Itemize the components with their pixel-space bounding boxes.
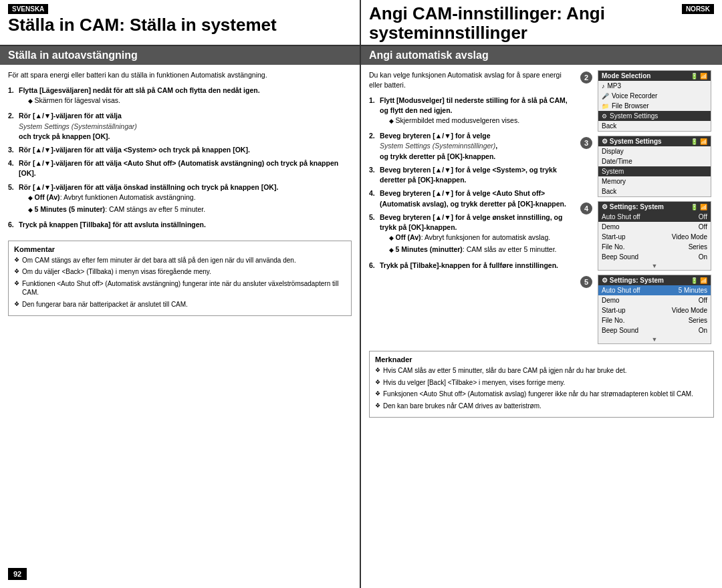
merknader-item-3: Funksjonen <Auto Shut off> (Automatisk a… bbox=[375, 390, 708, 399]
comment-item-2: Om du väljer <Back> (Tillbaka) i menyn v… bbox=[14, 267, 346, 277]
screen-3-display: Display bbox=[598, 146, 711, 156]
screen-4-fileno: File No.Series bbox=[598, 242, 711, 252]
step-1-content: Flytta [Lägesväljaren] nedåt för att slå… bbox=[19, 86, 352, 108]
right-step-2: 2. Beveg bryteren [▲/▼] for å velge Syst… bbox=[369, 131, 575, 162]
merknader-item-1: Hvis CAM slås av etter 5 minutter, slår … bbox=[375, 366, 708, 376]
right-step-6: 6. Trykk på [Tilbake]-knappen for å full… bbox=[369, 261, 575, 271]
screen-4-demo: DemoOff bbox=[598, 222, 711, 232]
screen-5-title: ⚙ Settings: System 🔋📶 bbox=[598, 275, 711, 285]
right-steps: 1. Flytt [Modusvelger] til nederste stil… bbox=[369, 96, 575, 271]
right-main-title: Angi CAM-innstillinger: Angi systeminnst… bbox=[369, 4, 714, 42]
right-text: Du kan velge funksjonen Automatisk avsla… bbox=[369, 70, 575, 344]
merknader-item-4: Den kan bare brukes når CAM drives av ba… bbox=[375, 402, 708, 411]
step-6-content: Tryck på knappen [Tillbaka] för att avsl… bbox=[19, 220, 352, 230]
right-step-4: 4. Beveg bryteren [▲/▼] for å velge <Aut… bbox=[369, 188, 575, 208]
right-step-1-content: Flytt [Modusvelger] til nederste stillin… bbox=[380, 96, 575, 128]
screen-4-startup: Start-upVideo Mode bbox=[598, 232, 711, 242]
screen-num-5: 5 bbox=[580, 276, 592, 288]
right-step-5-content: Beveg bryteren [▲/▼] for å velge ønsket … bbox=[380, 212, 575, 257]
right-column: Du kan velge funksjonen Automatisk avsla… bbox=[361, 65, 722, 588]
step-6: 6. Tryck på knappen [Tillbaka] för att a… bbox=[8, 220, 352, 230]
screen-2-voice: 🎤 Voice Recorder bbox=[598, 91, 711, 101]
screen-3-icons: 🔋📶 bbox=[691, 138, 707, 145]
screen-2-title: Mode Selection 🔋📶 bbox=[598, 71, 711, 81]
right-step-3: 3. Beveg bryteren [▲/▼] for å velge <Sys… bbox=[369, 165, 575, 185]
merknader-item-2: Hvis du velger [Back] <Tilbake> i menyen… bbox=[375, 378, 708, 388]
screen-2-mp3: ♪ MP3 bbox=[598, 81, 711, 91]
screen-2-icons: 🔋📶 bbox=[691, 73, 707, 80]
section-headers: Ställa in autoavstängning Angi automatis… bbox=[0, 46, 722, 65]
screen-3-title: ⚙ System Settings 🔋📶 bbox=[598, 136, 711, 146]
step-3-num: 3. bbox=[8, 145, 19, 155]
screen-3-system: System bbox=[598, 166, 711, 176]
step-3: 3. Rör [▲/▼]-väljaren för att välja <Sys… bbox=[8, 145, 352, 155]
screen-row-5: 5 ⚙ Settings: System 🔋📶 Auto Shut off5 M… bbox=[580, 275, 714, 344]
step-1-num: 1. bbox=[8, 86, 19, 108]
merknader-box: Merknader Hvis CAM slås av etter 5 minut… bbox=[369, 351, 714, 418]
step-5-bullet-1: Off (Av): Avbryt funktionen Automatisk a… bbox=[28, 192, 352, 202]
screen-5-demo: DemoOff bbox=[598, 295, 711, 305]
step-5-num: 5. bbox=[8, 182, 19, 217]
right-step-2-content: Beveg bryteren [▲/▼] for å velge System … bbox=[380, 131, 575, 162]
screen-3-datetime: Date/Time bbox=[598, 156, 711, 166]
screen-4-beep: Beep SoundOn bbox=[598, 252, 711, 262]
screen-3-back: Back bbox=[598, 186, 711, 196]
right-step-6-content: Trykk på [Tilbake]-knappen for å fullfør… bbox=[380, 261, 575, 271]
screen-row-3: 3 ⚙ System Settings 🔋📶 Display Date/Time… bbox=[580, 136, 714, 197]
right-step-5-bullet-1: Off (Av): Avbryt funksjonen for automati… bbox=[389, 233, 575, 243]
right-content-wrapper: Du kan velge funksjonen Automatisk avsla… bbox=[369, 70, 714, 344]
right-step-3-num: 3. bbox=[369, 165, 380, 185]
section-header-left: Ställa in autoavstängning bbox=[0, 46, 361, 65]
left-main-title: Ställa in CAM: Ställa in systemet bbox=[8, 15, 352, 35]
screen-2-settings: ⚙ System Settings bbox=[598, 111, 711, 121]
page-number: 92 bbox=[8, 568, 27, 580]
norsk-badge: NORSK bbox=[682, 4, 714, 14]
left-intro: För att spara energi eller batteri kan d… bbox=[8, 70, 352, 80]
comment-box: Kommentar Om CAM stängs av efter fem min… bbox=[8, 241, 352, 317]
screen-4: ⚙ Settings: System 🔋📶 Auto Shut offOff D… bbox=[598, 201, 711, 271]
screen-num-4: 4 bbox=[580, 202, 592, 214]
right-step-1-num: 1. bbox=[369, 96, 380, 128]
left-steps: 1. Flytta [Lägesväljaren] nedåt för att … bbox=[8, 86, 352, 234]
svenska-badge: SVENSKA bbox=[8, 4, 48, 14]
right-step-4-content: Beveg bryteren [▲/▼] for å velge <Auto S… bbox=[380, 188, 575, 208]
right-step-5-num: 5. bbox=[369, 212, 380, 257]
merknader-title: Merknader bbox=[375, 355, 708, 363]
right-step-5-bullet-2: 5 Minutes (minutter): CAM slås av etter … bbox=[389, 245, 575, 255]
screen-5-beep: Beep SoundOn bbox=[598, 325, 711, 335]
screen-2-browser: 📁 File Browser bbox=[598, 101, 711, 111]
header-right: NORSK Angi CAM-innstillinger: Angi syste… bbox=[361, 0, 722, 45]
left-column: För att spara energi eller batteri kan d… bbox=[0, 65, 361, 588]
screen-row-4: 4 ⚙ Settings: System 🔋📶 Auto Shut offOff bbox=[580, 201, 714, 271]
right-step-1-bullet: Skjermbildet med modusvelgeren vises. bbox=[389, 116, 575, 126]
section-header-right: Angi automatisk avslag bbox=[361, 46, 722, 65]
screen-row-2: 2 Mode Selection 🔋📶 ♪ MP3 bbox=[580, 70, 714, 132]
screen-4-icons: 🔋📶 bbox=[691, 204, 707, 210]
screen-5-autoshutoff: Auto Shut off5 Minutes bbox=[598, 285, 711, 295]
step-4-num: 4. bbox=[8, 158, 19, 178]
step-1-bullet: Skärmen för lägesval visas. bbox=[28, 96, 352, 106]
screen-5: ⚙ Settings: System 🔋📶 Auto Shut off5 Min… bbox=[598, 275, 711, 344]
right-step-6-num: 6. bbox=[369, 261, 380, 271]
comment-title: Kommentar bbox=[14, 245, 346, 253]
step-2-content: Rör [▲/▼]-väljaren för att välja System … bbox=[19, 111, 352, 142]
step-2: 2. Rör [▲/▼]-väljaren för att välja Syst… bbox=[8, 111, 352, 142]
right-step-1: 1. Flytt [Modusvelger] til nederste stil… bbox=[369, 96, 575, 128]
main-content: För att spara energi eller batteri kan d… bbox=[0, 65, 722, 588]
screen-num-3: 3 bbox=[580, 137, 592, 149]
right-step-2-num: 2. bbox=[369, 131, 380, 162]
screen-2: Mode Selection 🔋📶 ♪ MP3 🎤 Voice Recorder bbox=[598, 70, 711, 132]
step-5-content: Rör [▲/▼]-väljaren för att välja önskad … bbox=[19, 182, 352, 217]
right-step-4-num: 4. bbox=[369, 188, 380, 208]
step-5-bullet-2: 5 Minutes (5 minuter): CAM stängs av eft… bbox=[28, 204, 352, 214]
step-1: 1. Flytta [Lägesväljaren] nedåt för att … bbox=[8, 86, 352, 108]
header-left: SVENSKA Ställa in CAM: Ställa in systeme… bbox=[0, 0, 361, 45]
screen-2-back: Back bbox=[598, 121, 711, 131]
comment-item-1: Om CAM stängs av efter fem minuter är de… bbox=[14, 256, 346, 265]
step-5: 5. Rör [▲/▼]-väljaren för att välja önsk… bbox=[8, 182, 352, 217]
screen-5-icons: 🔋📶 bbox=[691, 277, 707, 284]
step-2-num: 2. bbox=[8, 111, 19, 142]
right-screens: 2 Mode Selection 🔋📶 ♪ MP3 bbox=[580, 70, 714, 344]
step-4: 4. Rör [▲/▼]-väljaren för att välja <Aut… bbox=[8, 158, 352, 178]
screen-4-title: ⚙ Settings: System 🔋📶 bbox=[598, 202, 711, 212]
